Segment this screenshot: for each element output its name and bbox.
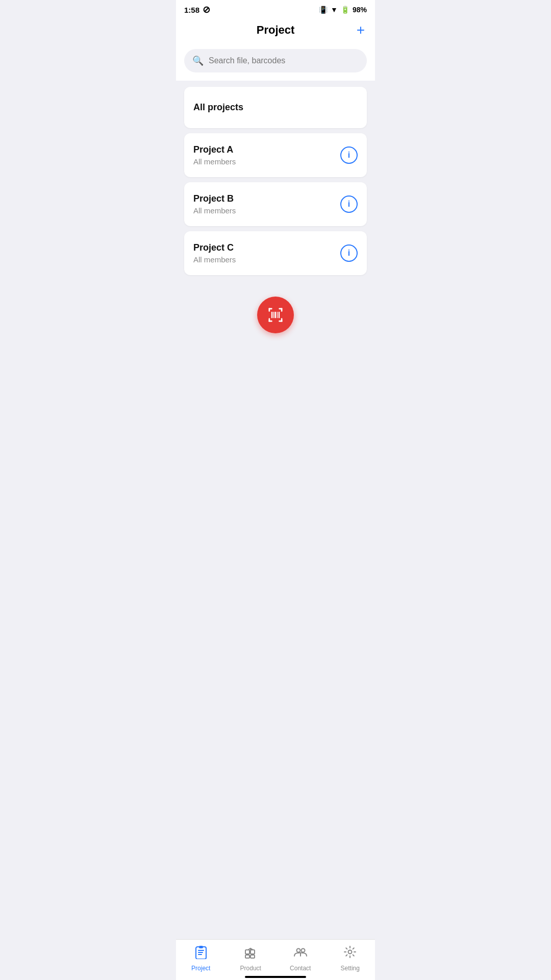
svg-rect-9 <box>273 312 274 318</box>
setting-tab-label: Setting <box>341 965 360 972</box>
time-display: 1:58 <box>184 6 199 14</box>
svg-rect-3 <box>281 308 283 312</box>
project-card-b[interactable]: Project B All members i <box>184 182 367 226</box>
tab-setting[interactable]: Setting <box>325 945 375 972</box>
home-indicator <box>245 976 306 978</box>
status-bar: 1:58 ⊘ 📳 ▼ 🔋 98% <box>176 0 375 17</box>
product-tab-icon <box>243 945 258 963</box>
battery-percentage: 98% <box>353 6 367 14</box>
project-a-info: Project A All members <box>193 144 236 166</box>
project-b-name: Project B <box>193 193 236 204</box>
search-container: 🔍 <box>176 45 375 81</box>
svg-rect-18 <box>245 950 249 954</box>
project-b-info: Project B All members <box>193 193 236 215</box>
search-input[interactable] <box>209 56 359 65</box>
svg-point-22 <box>296 949 300 952</box>
wifi-icon: ▼ <box>331 6 338 14</box>
project-b-info-button[interactable]: i <box>340 195 358 213</box>
search-bar: 🔍 <box>184 49 367 72</box>
project-a-info-button[interactable]: i <box>340 146 358 164</box>
svg-rect-19 <box>251 950 255 954</box>
project-tab-icon <box>194 945 208 963</box>
search-icon: 🔍 <box>192 55 204 66</box>
add-project-button[interactable]: + <box>357 23 365 37</box>
svg-rect-21 <box>251 955 255 958</box>
tab-contact[interactable]: Contact <box>276 945 325 972</box>
scan-barcode-button[interactable] <box>257 297 294 333</box>
project-c-info-button[interactable]: i <box>340 244 358 262</box>
contact-tab-label: Contact <box>290 965 311 972</box>
project-c-members: All members <box>193 255 236 264</box>
svg-rect-20 <box>245 955 249 958</box>
project-a-name: Project A <box>193 144 236 155</box>
svg-rect-16 <box>198 954 202 955</box>
tab-project[interactable]: Project <box>176 945 226 972</box>
project-c-info: Project C All members <box>193 242 236 264</box>
svg-rect-14 <box>198 950 204 951</box>
header: Project + <box>176 17 375 45</box>
page-title: Project <box>257 23 295 37</box>
battery-icon: 🔋 <box>341 6 349 14</box>
all-projects-label: All projects <box>193 102 243 112</box>
svg-point-24 <box>348 950 352 954</box>
svg-point-23 <box>301 949 305 952</box>
tab-product[interactable]: Product <box>226 945 276 972</box>
project-c-name: Project C <box>193 242 236 253</box>
project-card-c[interactable]: Project C All members i <box>184 231 367 275</box>
project-card-a[interactable]: Project A All members i <box>184 133 367 177</box>
svg-rect-5 <box>269 318 270 322</box>
projects-list: All projects Project A All members i Pro… <box>176 81 375 281</box>
setting-tab-icon <box>343 945 357 963</box>
contact-tab-icon <box>293 945 308 963</box>
vibrate-icon: 📳 <box>319 6 328 14</box>
svg-rect-7 <box>281 318 283 322</box>
barcode-scan-icon <box>266 306 285 324</box>
svg-rect-17 <box>199 946 203 948</box>
notification-icon: ⊘ <box>203 4 210 15</box>
project-b-members: All members <box>193 206 236 215</box>
svg-rect-15 <box>198 952 203 953</box>
project-a-members: All members <box>193 157 236 166</box>
svg-rect-11 <box>277 312 278 318</box>
svg-rect-8 <box>271 312 272 318</box>
project-tab-label: Project <box>191 965 210 972</box>
svg-rect-1 <box>269 308 270 312</box>
svg-rect-10 <box>274 312 276 318</box>
svg-rect-12 <box>279 312 280 318</box>
tab-bar: Project Product <box>176 939 375 980</box>
fab-area <box>176 281 375 344</box>
all-projects-card[interactable]: All projects <box>184 87 367 128</box>
product-tab-label: Product <box>240 965 261 972</box>
